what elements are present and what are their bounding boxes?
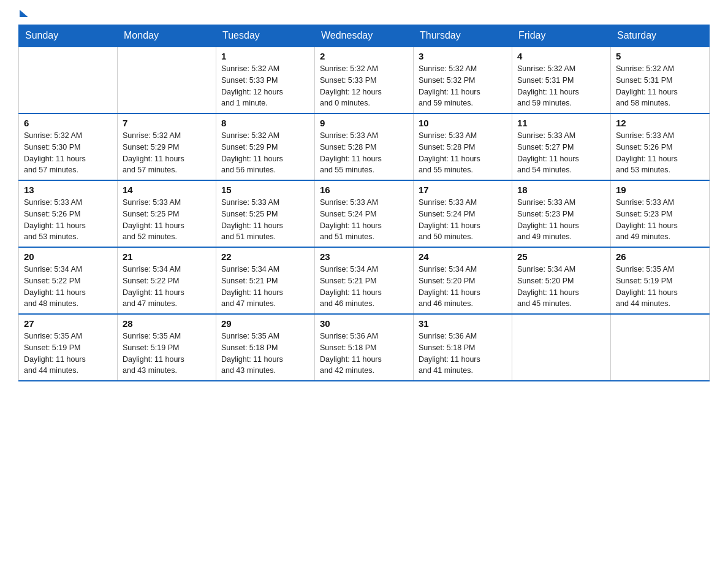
calendar-cell: 31Sunrise: 5:36 AM Sunset: 5:18 PM Dayli… xyxy=(414,314,512,381)
calendar-cell: 3Sunrise: 5:32 AM Sunset: 5:32 PM Daylig… xyxy=(414,47,512,113)
day-info: Sunrise: 5:35 AM Sunset: 5:19 PM Dayligh… xyxy=(123,331,211,377)
day-info: Sunrise: 5:32 AM Sunset: 5:30 PM Dayligh… xyxy=(24,130,112,176)
day-number: 18 xyxy=(517,185,605,195)
day-number: 23 xyxy=(320,251,408,262)
calendar-cell: 11Sunrise: 5:33 AM Sunset: 5:27 PM Dayli… xyxy=(512,113,611,180)
day-info: Sunrise: 5:33 AM Sunset: 5:26 PM Dayligh… xyxy=(616,130,704,176)
day-info: Sunrise: 5:33 AM Sunset: 5:24 PM Dayligh… xyxy=(320,197,408,243)
day-number: 28 xyxy=(123,318,211,329)
day-info: Sunrise: 5:32 AM Sunset: 5:33 PM Dayligh… xyxy=(320,63,408,109)
day-info: Sunrise: 5:32 AM Sunset: 5:31 PM Dayligh… xyxy=(616,63,704,109)
calendar-cell xyxy=(512,314,611,381)
day-number: 3 xyxy=(419,51,507,61)
calendar-week-row: 1Sunrise: 5:32 AM Sunset: 5:33 PM Daylig… xyxy=(19,47,710,113)
calendar-header-wednesday: Wednesday xyxy=(315,25,414,47)
day-info: Sunrise: 5:34 AM Sunset: 5:20 PM Dayligh… xyxy=(419,264,507,310)
day-info: Sunrise: 5:33 AM Sunset: 5:26 PM Dayligh… xyxy=(24,197,112,243)
calendar-cell: 17Sunrise: 5:33 AM Sunset: 5:24 PM Dayli… xyxy=(414,180,512,247)
header xyxy=(18,12,710,17)
calendar-header-sunday: Sunday xyxy=(19,25,118,47)
day-number: 31 xyxy=(419,318,507,329)
day-info: Sunrise: 5:33 AM Sunset: 5:25 PM Dayligh… xyxy=(123,197,211,243)
calendar-cell: 24Sunrise: 5:34 AM Sunset: 5:20 PM Dayli… xyxy=(414,247,512,314)
day-number: 15 xyxy=(221,185,309,195)
calendar-cell: 15Sunrise: 5:33 AM Sunset: 5:25 PM Dayli… xyxy=(216,180,315,247)
calendar-week-row: 6Sunrise: 5:32 AM Sunset: 5:30 PM Daylig… xyxy=(19,113,710,180)
day-number: 29 xyxy=(221,318,309,329)
day-info: Sunrise: 5:35 AM Sunset: 5:19 PM Dayligh… xyxy=(24,331,112,377)
day-number: 19 xyxy=(616,185,704,195)
day-number: 11 xyxy=(517,118,605,128)
day-info: Sunrise: 5:33 AM Sunset: 5:23 PM Dayligh… xyxy=(616,197,704,243)
calendar-table: SundayMondayTuesdayWednesdayThursdayFrid… xyxy=(18,25,710,381)
day-number: 20 xyxy=(24,251,112,262)
calendar-cell: 22Sunrise: 5:34 AM Sunset: 5:21 PM Dayli… xyxy=(216,247,315,314)
calendar-cell: 2Sunrise: 5:32 AM Sunset: 5:33 PM Daylig… xyxy=(315,47,414,113)
day-number: 22 xyxy=(221,251,309,262)
day-info: Sunrise: 5:33 AM Sunset: 5:23 PM Dayligh… xyxy=(517,197,605,243)
day-info: Sunrise: 5:34 AM Sunset: 5:21 PM Dayligh… xyxy=(320,264,408,310)
day-info: Sunrise: 5:32 AM Sunset: 5:29 PM Dayligh… xyxy=(123,130,211,176)
calendar-cell: 6Sunrise: 5:32 AM Sunset: 5:30 PM Daylig… xyxy=(19,113,118,180)
calendar-cell: 5Sunrise: 5:32 AM Sunset: 5:31 PM Daylig… xyxy=(611,47,710,113)
calendar-cell xyxy=(611,314,710,381)
calendar-week-row: 13Sunrise: 5:33 AM Sunset: 5:26 PM Dayli… xyxy=(19,180,710,247)
logo-triangle-icon xyxy=(20,10,28,17)
day-info: Sunrise: 5:34 AM Sunset: 5:21 PM Dayligh… xyxy=(221,264,309,310)
day-info: Sunrise: 5:33 AM Sunset: 5:25 PM Dayligh… xyxy=(221,197,309,243)
day-info: Sunrise: 5:36 AM Sunset: 5:18 PM Dayligh… xyxy=(320,331,408,377)
calendar-cell: 9Sunrise: 5:33 AM Sunset: 5:28 PM Daylig… xyxy=(315,113,414,180)
calendar-header-monday: Monday xyxy=(118,25,216,47)
day-number: 10 xyxy=(419,118,507,128)
day-info: Sunrise: 5:32 AM Sunset: 5:31 PM Dayligh… xyxy=(517,63,605,109)
calendar-header-row: SundayMondayTuesdayWednesdayThursdayFrid… xyxy=(19,25,710,47)
day-number: 14 xyxy=(123,185,211,195)
day-number: 24 xyxy=(419,251,507,262)
calendar-cell: 7Sunrise: 5:32 AM Sunset: 5:29 PM Daylig… xyxy=(118,113,216,180)
day-number: 1 xyxy=(221,51,309,61)
calendar-cell: 26Sunrise: 5:35 AM Sunset: 5:19 PM Dayli… xyxy=(611,247,710,314)
calendar-cell: 8Sunrise: 5:32 AM Sunset: 5:29 PM Daylig… xyxy=(216,113,315,180)
calendar-cell: 14Sunrise: 5:33 AM Sunset: 5:25 PM Dayli… xyxy=(118,180,216,247)
day-info: Sunrise: 5:33 AM Sunset: 5:28 PM Dayligh… xyxy=(419,130,507,176)
day-number: 6 xyxy=(24,118,112,128)
calendar-cell xyxy=(118,47,216,113)
calendar-cell: 29Sunrise: 5:35 AM Sunset: 5:18 PM Dayli… xyxy=(216,314,315,381)
day-number: 13 xyxy=(24,185,112,195)
calendar-header-friday: Friday xyxy=(512,25,611,47)
day-number: 27 xyxy=(24,318,112,329)
calendar-cell: 30Sunrise: 5:36 AM Sunset: 5:18 PM Dayli… xyxy=(315,314,414,381)
day-number: 26 xyxy=(616,251,704,262)
day-number: 7 xyxy=(123,118,211,128)
day-info: Sunrise: 5:32 AM Sunset: 5:29 PM Dayligh… xyxy=(221,130,309,176)
day-number: 9 xyxy=(320,118,408,128)
calendar-cell: 16Sunrise: 5:33 AM Sunset: 5:24 PM Dayli… xyxy=(315,180,414,247)
calendar-cell: 10Sunrise: 5:33 AM Sunset: 5:28 PM Dayli… xyxy=(414,113,512,180)
calendar-cell: 21Sunrise: 5:34 AM Sunset: 5:22 PM Dayli… xyxy=(118,247,216,314)
calendar-header-thursday: Thursday xyxy=(414,25,512,47)
day-number: 30 xyxy=(320,318,408,329)
logo xyxy=(18,12,28,17)
calendar-cell: 25Sunrise: 5:34 AM Sunset: 5:20 PM Dayli… xyxy=(512,247,611,314)
calendar-cell: 4Sunrise: 5:32 AM Sunset: 5:31 PM Daylig… xyxy=(512,47,611,113)
day-info: Sunrise: 5:34 AM Sunset: 5:20 PM Dayligh… xyxy=(517,264,605,310)
day-number: 16 xyxy=(320,185,408,195)
day-info: Sunrise: 5:32 AM Sunset: 5:33 PM Dayligh… xyxy=(221,63,309,109)
calendar-cell: 18Sunrise: 5:33 AM Sunset: 5:23 PM Dayli… xyxy=(512,180,611,247)
calendar-week-row: 27Sunrise: 5:35 AM Sunset: 5:19 PM Dayli… xyxy=(19,314,710,381)
day-number: 4 xyxy=(517,51,605,61)
calendar-cell: 1Sunrise: 5:32 AM Sunset: 5:33 PM Daylig… xyxy=(216,47,315,113)
calendar-cell: 27Sunrise: 5:35 AM Sunset: 5:19 PM Dayli… xyxy=(19,314,118,381)
day-number: 2 xyxy=(320,51,408,61)
calendar-cell: 19Sunrise: 5:33 AM Sunset: 5:23 PM Dayli… xyxy=(611,180,710,247)
day-info: Sunrise: 5:36 AM Sunset: 5:18 PM Dayligh… xyxy=(419,331,507,377)
day-number: 5 xyxy=(616,51,704,61)
day-info: Sunrise: 5:32 AM Sunset: 5:32 PM Dayligh… xyxy=(419,63,507,109)
calendar-header-saturday: Saturday xyxy=(611,25,710,47)
day-number: 12 xyxy=(616,118,704,128)
day-number: 17 xyxy=(419,185,507,195)
day-info: Sunrise: 5:35 AM Sunset: 5:19 PM Dayligh… xyxy=(616,264,704,310)
day-info: Sunrise: 5:35 AM Sunset: 5:18 PM Dayligh… xyxy=(221,331,309,377)
day-info: Sunrise: 5:33 AM Sunset: 5:27 PM Dayligh… xyxy=(517,130,605,176)
calendar-cell xyxy=(19,47,118,113)
